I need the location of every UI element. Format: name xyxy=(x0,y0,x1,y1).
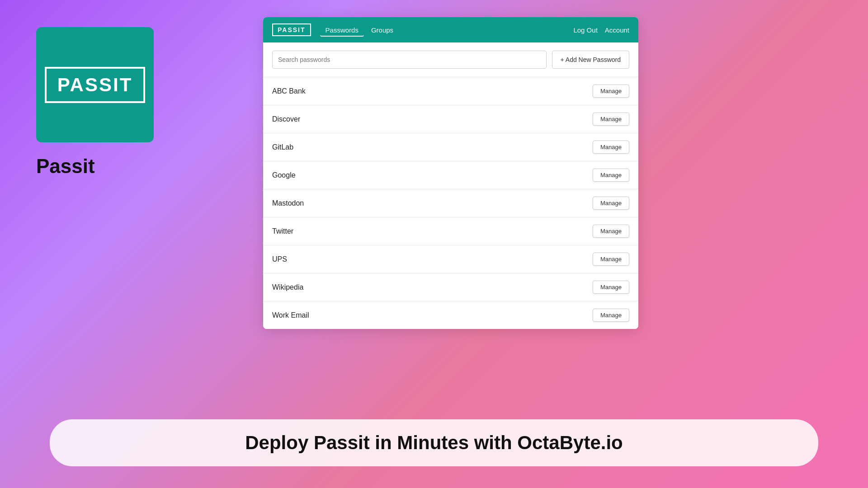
password-name: Mastodon xyxy=(272,199,304,207)
toolbar: + Add New Password xyxy=(263,42,638,77)
manage-button[interactable]: Manage xyxy=(593,169,629,182)
logo-box: PASSIT xyxy=(36,27,154,142)
table-row: GoogleManage xyxy=(263,161,638,189)
manage-button[interactable]: Manage xyxy=(593,281,629,294)
password-name: GitLab xyxy=(272,143,293,151)
app-name: Passit xyxy=(36,155,95,178)
table-row: Work EmailManage xyxy=(263,301,638,329)
password-name: Work Email xyxy=(272,311,309,319)
search-input[interactable] xyxy=(272,51,547,69)
password-name: Twitter xyxy=(272,227,293,235)
password-name: UPS xyxy=(272,255,287,263)
password-name: Discover xyxy=(272,115,300,123)
nav-brand: PASSIT xyxy=(272,23,311,36)
password-name: ABC Bank xyxy=(272,87,306,95)
add-new-password-button[interactable]: + Add New Password xyxy=(552,51,629,69)
banner-text: Deploy Passit in Minutes with OctaByte.i… xyxy=(245,432,623,453)
manage-button[interactable]: Manage xyxy=(593,141,629,154)
nav-account[interactable]: Account xyxy=(605,26,629,34)
nav-right: Log Out Account xyxy=(573,26,629,34)
table-row: TwitterManage xyxy=(263,217,638,245)
password-list: ABC BankManageDiscoverManageGitLabManage… xyxy=(263,77,638,329)
password-name: Wikipedia xyxy=(272,283,303,291)
nav-link-groups[interactable]: Groups xyxy=(366,23,399,37)
nav-link-passwords[interactable]: Passwords xyxy=(320,23,364,37)
logo-text: PASSIT xyxy=(57,74,133,95)
nav-logout[interactable]: Log Out xyxy=(573,26,597,34)
nav-links: Passwords Groups xyxy=(320,23,574,37)
table-row: UPSManage xyxy=(263,245,638,273)
bottom-banner: Deploy Passit in Minutes with OctaByte.i… xyxy=(50,419,818,466)
manage-button[interactable]: Manage xyxy=(593,225,629,238)
manage-button[interactable]: Manage xyxy=(593,197,629,210)
table-row: MastodonManage xyxy=(263,189,638,217)
table-row: GitLabManage xyxy=(263,133,638,161)
logo-inner: PASSIT xyxy=(45,67,146,103)
password-name: Google xyxy=(272,171,296,179)
manage-button[interactable]: Manage xyxy=(593,113,629,126)
table-row: DiscoverManage xyxy=(263,105,638,133)
navbar: PASSIT Passwords Groups Log Out Account xyxy=(263,17,638,42)
manage-button[interactable]: Manage xyxy=(593,84,629,98)
left-panel: PASSIT Passit xyxy=(36,27,154,178)
table-row: WikipediaManage xyxy=(263,273,638,301)
manage-button[interactable]: Manage xyxy=(593,253,629,266)
manage-button[interactable]: Manage xyxy=(593,309,629,322)
app-window: PASSIT Passwords Groups Log Out Account … xyxy=(263,17,638,329)
table-row: ABC BankManage xyxy=(263,77,638,105)
